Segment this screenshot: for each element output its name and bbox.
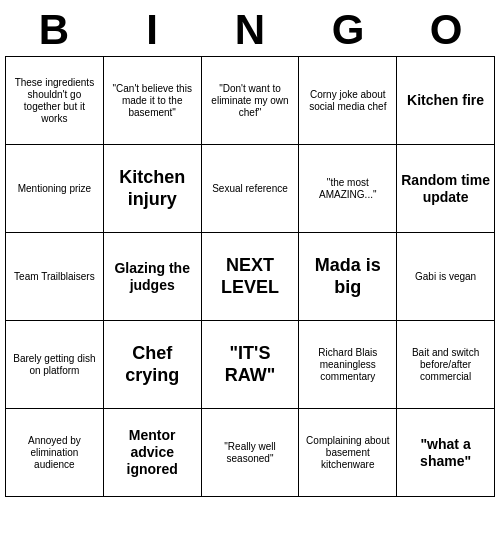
letter-g: G bbox=[303, 6, 393, 54]
bingo-cell[interactable]: Mentor advice ignored bbox=[104, 409, 202, 497]
bingo-cell[interactable]: Random time update bbox=[397, 145, 495, 233]
bingo-cell[interactable]: Corny joke about social media chef bbox=[299, 57, 397, 145]
bingo-cell[interactable]: "Really well seasoned" bbox=[202, 409, 300, 497]
bingo-cell[interactable]: Kitchen fire bbox=[397, 57, 495, 145]
letter-n: N bbox=[205, 6, 295, 54]
bingo-cell[interactable]: "the most AMAZING..." bbox=[299, 145, 397, 233]
bingo-cell[interactable]: Sexual reference bbox=[202, 145, 300, 233]
bingo-cell[interactable]: Gabi is vegan bbox=[397, 233, 495, 321]
bingo-cell[interactable]: Team Trailblaisers bbox=[6, 233, 104, 321]
bingo-cell[interactable]: Annoyed by elimination audience bbox=[6, 409, 104, 497]
bingo-cell[interactable]: Glazing the judges bbox=[104, 233, 202, 321]
bingo-cell[interactable]: Mada is big bbox=[299, 233, 397, 321]
letter-o: O bbox=[401, 6, 491, 54]
bingo-title: B I N G O bbox=[5, 6, 495, 54]
bingo-cell[interactable]: Complaining about basement kitchenware bbox=[299, 409, 397, 497]
bingo-cell[interactable]: These ingredients shouldn't go together … bbox=[6, 57, 104, 145]
bingo-cell[interactable]: Bait and switch before/after commercial bbox=[397, 321, 495, 409]
bingo-cell[interactable]: "IT'S RAW" bbox=[202, 321, 300, 409]
bingo-cell[interactable]: "what a shame" bbox=[397, 409, 495, 497]
bingo-card: B I N G O These ingredients shouldn't go… bbox=[5, 6, 495, 497]
bingo-grid: These ingredients shouldn't go together … bbox=[5, 56, 495, 497]
bingo-cell[interactable]: Chef crying bbox=[104, 321, 202, 409]
bingo-cell[interactable]: "Don't want to eliminate my own chef" bbox=[202, 57, 300, 145]
bingo-cell[interactable]: Barely getting dish on platform bbox=[6, 321, 104, 409]
letter-b: B bbox=[9, 6, 99, 54]
letter-i: I bbox=[107, 6, 197, 54]
bingo-cell[interactable]: NEXT LEVEL bbox=[202, 233, 300, 321]
bingo-cell[interactable]: Kitchen injury bbox=[104, 145, 202, 233]
bingo-cell[interactable]: Richard Blais meaningless commentary bbox=[299, 321, 397, 409]
bingo-cell[interactable]: "Can't believe this made it to the basem… bbox=[104, 57, 202, 145]
bingo-cell[interactable]: Mentioning prize bbox=[6, 145, 104, 233]
